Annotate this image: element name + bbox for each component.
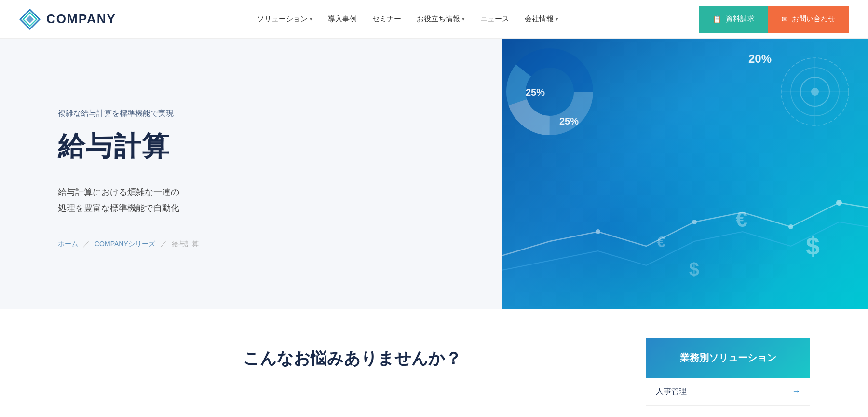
bottom-left: こんなお悩みありませんか？ (58, 338, 646, 406)
bottom-section: こんなお悩みありませんか？ 業務別ソリューション 人事管理 → (0, 309, 868, 417)
breadcrumb-home[interactable]: ホーム (58, 240, 78, 249)
sidebar-item-hr[interactable]: 人事管理 → (646, 378, 810, 406)
mail-icon: ✉ (782, 15, 788, 24)
section-question: こんなお悩みありませんか？ (243, 348, 461, 370)
chart-number-25a: 25% (526, 87, 545, 98)
svg-marker-2 (26, 15, 34, 23)
breadcrumb-series[interactable]: COMPANYシリーズ (95, 240, 155, 249)
chevron-down-icon: ▾ (556, 16, 558, 22)
nav-info[interactable]: お役立ち情報 ▾ (417, 14, 465, 24)
currency-dollar-2: $ (689, 259, 699, 280)
hero-image-area: 20% 25% 25% $ € $ € (502, 39, 868, 309)
nav-solutions[interactable]: ソリューション ▾ (257, 14, 312, 24)
currency-dollar: $ (806, 232, 820, 261)
chart-number-25b: 25% (559, 116, 579, 127)
doc-request-button[interactable]: 📋 資料請求 (699, 6, 768, 33)
main-nav: ソリューション ▾ 導入事例 セミナー お役立ち情報 ▾ ニュース 会社情報 ▾ (257, 14, 558, 24)
svg-point-9 (788, 224, 793, 229)
hero-image: 20% 25% 25% $ € $ € (502, 39, 868, 309)
chart-number-20: 20% (748, 52, 772, 66)
book-icon: 📋 (713, 15, 722, 24)
arrow-right-icon: → (792, 387, 800, 397)
chevron-down-icon: ▾ (462, 16, 465, 22)
hero-subtitle: 複雑な給与計算を標準機能で実現 (58, 109, 473, 119)
pie-chart (506, 48, 593, 135)
tech-circle (776, 53, 854, 130)
nav-cases[interactable]: 導入事例 (328, 14, 357, 24)
currency-euro-2: € (657, 233, 665, 251)
logo-area[interactable]: COMPANY (19, 9, 116, 30)
contact-button[interactable]: ✉ お問い合わせ (768, 6, 849, 33)
header-buttons: 📋 資料請求 ✉ お問い合わせ (699, 6, 849, 33)
hero-title: 給与計算 (58, 128, 473, 165)
hero-description: 給与計算における煩雑な一連の 処理を豊富な標準機能で自動化 (58, 184, 473, 216)
svg-point-7 (596, 229, 600, 234)
hero-left: 複雑な給与計算を標準機能で実現 給与計算 給与計算における煩雑な一連の 処理を豊… (0, 39, 502, 309)
breadcrumb: ホーム ／ COMPANYシリーズ ／ 給与計算 (58, 240, 473, 249)
sidebar-panel: 業務別ソリューション 人事管理 → (646, 338, 810, 406)
nav-seminar[interactable]: セミナー (372, 14, 401, 24)
currency-euro: € (736, 208, 747, 232)
logo-icon (19, 9, 41, 30)
breadcrumb-sep1: ／ (83, 240, 90, 249)
nav-company[interactable]: 会社情報 ▾ (525, 14, 558, 24)
logo-text: COMPANY (46, 12, 116, 27)
nav-news[interactable]: ニュース (480, 14, 509, 24)
svg-point-10 (836, 200, 842, 206)
svg-point-8 (692, 220, 697, 224)
breadcrumb-sep2: ／ (160, 240, 167, 249)
breadcrumb-current: 給与計算 (172, 240, 199, 249)
site-header: COMPANY ソリューション ▾ 導入事例 セミナー お役立ち情報 ▾ ニュー… (0, 0, 868, 39)
hero-section: 複雑な給与計算を標準機能で実現 給与計算 給与計算における煩雑な一連の 処理を豊… (0, 39, 868, 309)
chevron-down-icon: ▾ (310, 16, 312, 22)
solution-box[interactable]: 業務別ソリューション (646, 338, 810, 378)
